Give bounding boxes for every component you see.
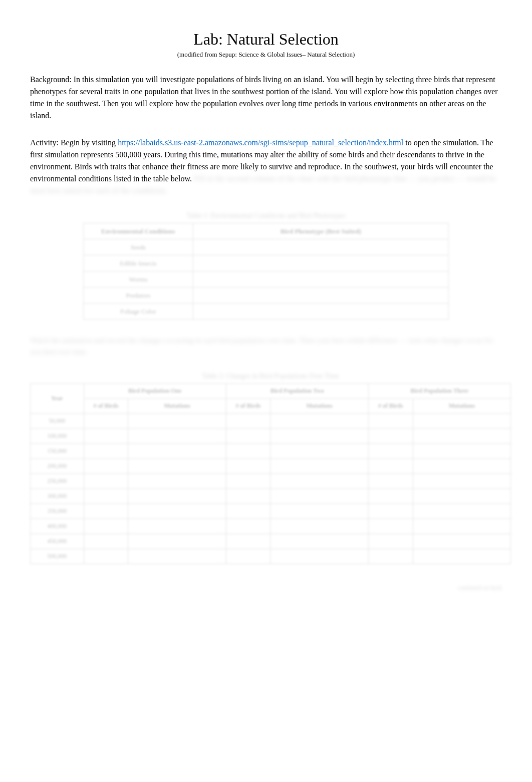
table2-sub-birds1: # of Birds (84, 399, 128, 414)
background-body: In this simulation you will investigate … (30, 75, 498, 120)
table1-cell-empty (193, 255, 448, 272)
table2-sub-mut2: Mutations (271, 399, 368, 414)
background-paragraph: Background: In this simulation you will … (30, 74, 502, 122)
table2-caption: Table 2: Changes in Bird Populations Ove… (30, 372, 511, 380)
table-row: 500,000 (31, 549, 511, 564)
table2-sub-mut3: Mutations (413, 399, 510, 414)
table-row: 450,000 (31, 534, 511, 549)
table-row: 100,000 (31, 429, 511, 444)
table2-cell-empty (271, 474, 368, 489)
table1-cell-empty (193, 304, 448, 320)
table2-year-cell: 50,000 (31, 414, 84, 429)
table2-cell-empty (271, 459, 368, 474)
table2-sub-birds3: # of Birds (368, 399, 413, 414)
table1-cell: Seeds (84, 239, 193, 255)
page-subtitle: (modified from Sepup: Science & Global I… (30, 51, 502, 59)
table1-header-phenotype: Bird Phenotype (Best Suited) (193, 223, 448, 239)
table-row: Seeds (84, 239, 449, 255)
table1-cell-empty (193, 272, 448, 288)
table-row: Edible Insects (84, 255, 449, 272)
table2: Year Bird Population One Bird Population… (30, 383, 511, 564)
table2-cell-empty (84, 444, 128, 459)
table2-cell-empty (128, 459, 226, 474)
table2-year-cell: 250,000 (31, 474, 84, 489)
table2-cell-empty (413, 474, 510, 489)
table-row: 50,000 (31, 414, 511, 429)
table2-cell-empty (226, 429, 271, 444)
table-row: Foliage Color (84, 304, 449, 320)
table2-sub-mut1: Mutations (128, 399, 226, 414)
page-title: Lab: Natural Selection (30, 30, 502, 49)
table2-cell-empty (84, 519, 128, 534)
table2-header-pop1: Bird Population One (84, 384, 226, 399)
table2-year-cell: 500,000 (31, 549, 84, 564)
table2-cell-empty (128, 489, 226, 504)
instruction-blurred: Watch the animation and record the chang… (30, 335, 502, 357)
table2-cell-empty (271, 549, 368, 564)
table2-cell-empty (128, 504, 226, 519)
table1-cell: Edible Insects (84, 255, 193, 272)
table2-container: Table 2: Changes in Bird Populations Ove… (30, 372, 511, 564)
activity-paragraph: Activity: Begin by visiting https://laba… (30, 137, 502, 197)
table1-container: Table 1: Environmental Conditions and Bi… (83, 212, 449, 320)
table2-cell-empty (413, 489, 510, 504)
table2-cell-empty (271, 414, 368, 429)
table2-cell-empty (368, 474, 413, 489)
table2-cell-empty (128, 444, 226, 459)
table1-cell: Worms (84, 272, 193, 288)
table2-cell-empty (226, 444, 271, 459)
table2-cell-empty (271, 429, 368, 444)
table2-cell-empty (84, 489, 128, 504)
table2-cell-empty (226, 534, 271, 549)
table2-cell-empty (368, 414, 413, 429)
table-row: Worms (84, 272, 449, 288)
table1-cell: Predators (84, 288, 193, 304)
table2-header-pop3: Bird Population Three (368, 384, 510, 399)
table2-cell-empty (368, 459, 413, 474)
table2-cell-empty (413, 534, 510, 549)
table2-cell-empty (413, 414, 510, 429)
table2-cell-empty (84, 534, 128, 549)
table2-cell-empty (271, 504, 368, 519)
simulation-link[interactable]: https://labaids.s3.us-east-2.amazonaws.c… (118, 138, 403, 147)
table2-cell-empty (368, 519, 413, 534)
table2-year-cell: 100,000 (31, 429, 84, 444)
table2-cell-empty (413, 549, 510, 564)
table1-cell-empty (193, 288, 448, 304)
table2-cell-empty (128, 549, 226, 564)
table2-year-cell: 450,000 (31, 534, 84, 549)
table-row: 200,000 (31, 459, 511, 474)
table2-cell-empty (413, 459, 510, 474)
table2-cell-empty (413, 429, 510, 444)
table2-cell-empty (271, 444, 368, 459)
table1: Environmental Conditions Bird Phenotype … (83, 223, 449, 320)
table2-header-row1: Year Bird Population One Bird Population… (31, 384, 511, 399)
table2-sub-birds2: # of Birds (226, 399, 271, 414)
table1-caption: Table 1: Environmental Conditions and Bi… (83, 212, 449, 220)
background-label: Background: (30, 75, 72, 84)
table2-cell-empty (226, 549, 271, 564)
table-row: 300,000 (31, 489, 511, 504)
table2-cell-empty (271, 519, 368, 534)
table2-header-year: Year (31, 384, 84, 414)
table2-cell-empty (368, 489, 413, 504)
table2-header-row2: # of Birds Mutations # of Birds Mutation… (31, 399, 511, 414)
table2-year-cell: 300,000 (31, 489, 84, 504)
table2-cell-empty (84, 429, 128, 444)
table1-cell: Foliage Color (84, 304, 193, 320)
table2-cell-empty (84, 414, 128, 429)
table2-cell-empty (226, 459, 271, 474)
table2-cell-empty (226, 519, 271, 534)
table2-cell-empty (368, 429, 413, 444)
table2-cell-empty (128, 429, 226, 444)
table2-cell-empty (226, 414, 271, 429)
activity-prefix: Begin by visiting (59, 138, 118, 147)
table2-year-cell: 400,000 (31, 519, 84, 534)
table-row: 150,000 (31, 444, 511, 459)
table2-cell-empty (128, 414, 226, 429)
table2-year-cell: 350,000 (31, 504, 84, 519)
table2-cell-empty (413, 504, 510, 519)
table2-cell-empty (128, 519, 226, 534)
table2-cell-empty (368, 444, 413, 459)
table1-header-conditions: Environmental Conditions (84, 223, 193, 239)
